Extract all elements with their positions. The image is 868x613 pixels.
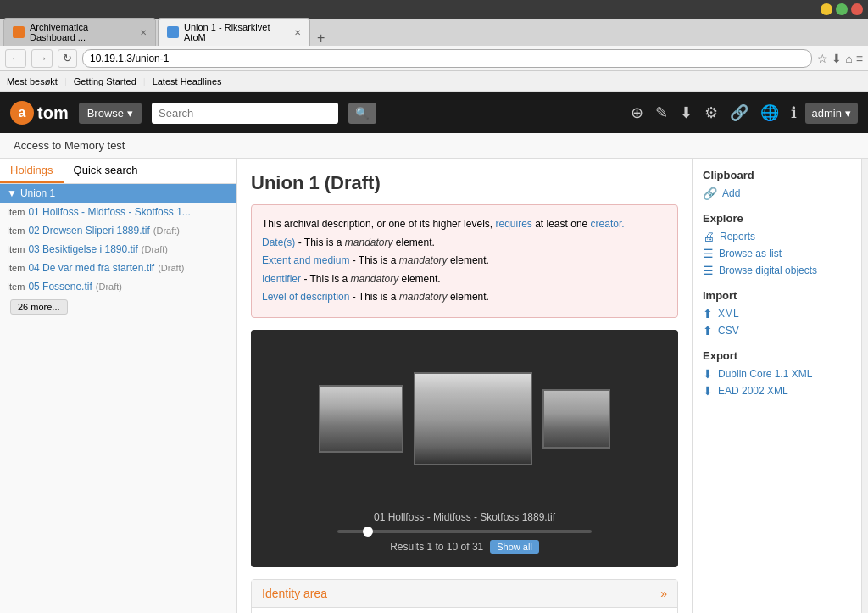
- dates-link[interactable]: Date(s): [262, 237, 295, 248]
- right-section-explore: Explore 🖨 Reports ☰ Browse as list ☰ Bro…: [703, 212, 851, 277]
- triangle-icon: ▼: [7, 187, 17, 199]
- slider-thumb[interactable]: [363, 527, 373, 537]
- sidebar-item-01[interactable]: Item 01 Hollfoss - Midtfoss - Skotfoss 1…: [0, 203, 236, 221]
- csv-import-link[interactable]: ⬆ CSV: [703, 324, 851, 337]
- app-header: a tom Browse ▾ 🔍 ⊕ ✎ ⬇ ⚙ 🔗 🌐 ℹ admin ▾: [0, 92, 868, 133]
- download-status-icon[interactable]: ⬇: [832, 52, 842, 65]
- home-icon[interactable]: ⌂: [845, 52, 852, 65]
- identity-area-label: Identity area: [262, 587, 327, 600]
- menu-icon[interactable]: ≡: [856, 52, 863, 65]
- info-icon-button[interactable]: ℹ: [787, 100, 800, 125]
- warning-box: This archival description, or one of its…: [251, 204, 678, 318]
- settings-icon-button[interactable]: ⚙: [701, 100, 721, 125]
- back-button[interactable]: ←: [5, 49, 26, 68]
- admin-menu-button[interactable]: admin ▾: [805, 103, 858, 124]
- tab-label-union1: Union 1 - Riksarkivet AtoM: [184, 22, 286, 42]
- add-tab-button[interactable]: +: [312, 31, 330, 46]
- reports-icon: 🖨: [703, 230, 715, 243]
- globe-icon-button[interactable]: 🌐: [757, 100, 782, 125]
- search-input[interactable]: [152, 103, 338, 124]
- nav-bar: ← → ↻ ☆ ⬇ ⌂ ≡: [0, 46, 868, 71]
- identifier-mandatory: mandatory: [351, 273, 399, 285]
- tab-favicon-union1: [167, 26, 179, 38]
- tab-quick-search[interactable]: Quick search: [64, 159, 148, 183]
- xml-import-link[interactable]: ⬆ XML: [703, 307, 851, 320]
- identity-area-header[interactable]: Identity area »: [252, 580, 677, 608]
- bookmark-most-visited[interactable]: Mest besøkt: [7, 76, 58, 86]
- extent-mandatory: mandatory: [399, 254, 448, 266]
- dates-mandatory: mandatory: [345, 237, 393, 248]
- logo-text: tom: [37, 103, 69, 123]
- bookmark-getting-started[interactable]: Getting Started: [74, 76, 136, 86]
- identity-title-row: Title Union 1: [252, 608, 677, 613]
- sidebar-item-03[interactable]: Item 03 Besiktigelse i 1890.tif (Draft): [0, 240, 236, 259]
- carousel-results: Results 1 to 10 of 31 Show all: [390, 540, 539, 554]
- sub-header: Access to Memory test: [0, 133, 868, 159]
- creator-link[interactable]: creator.: [591, 218, 625, 230]
- sidebar: Holdings Quick search ▼ Union 1 Item 01 …: [0, 159, 237, 613]
- csv-import-icon: ⬆: [703, 324, 713, 337]
- ead-export-link[interactable]: ⬇ EAD 2002 XML: [703, 384, 851, 398]
- minimize-button[interactable]: [821, 3, 832, 15]
- browse-digital-objects-link[interactable]: ☰ Browse digital objects: [703, 264, 851, 277]
- browse-chevron-icon: ▾: [127, 107, 133, 120]
- bookmark-star-icon[interactable]: ☆: [817, 52, 828, 65]
- sidebar-item-04[interactable]: Item 04 De var med fra starten.tif (Draf…: [0, 259, 236, 277]
- tab-archivematica[interactable]: Archivematica Dashboard ... ✕: [3, 18, 156, 46]
- close-button[interactable]: [851, 3, 863, 15]
- url-bar[interactable]: [82, 49, 812, 68]
- tab-label-archivematica: Archivematica Dashboard ...: [30, 22, 131, 42]
- identity-area: Identity area » Title Union 1: [251, 579, 678, 613]
- tab-union1[interactable]: Union 1 - Riksarkivet AtoM ✕: [158, 18, 310, 46]
- browse-as-list-link[interactable]: ☰ Browse as list: [703, 247, 851, 260]
- browse-button[interactable]: Browse ▾: [79, 103, 142, 124]
- warning-intro-text: This archival description, or one of its…: [262, 218, 492, 230]
- bookmarks-bar: Mest besøkt | Getting Started | Latest H…: [0, 71, 868, 92]
- link-icon-button[interactable]: 🔗: [726, 100, 752, 125]
- add-icon-button[interactable]: ⊕: [627, 100, 647, 125]
- digital-objects-icon: ☰: [703, 264, 714, 277]
- sidebar-item-union1[interactable]: ▼ Union 1: [0, 184, 236, 203]
- tab-close-archivematica[interactable]: ✕: [140, 28, 147, 37]
- dates-text: - This is a: [298, 237, 345, 248]
- carousel-image-left: [319, 385, 403, 453]
- tab-bar: Archivematica Dashboard ... ✕ Union 1 - …: [0, 19, 868, 46]
- search-submit-button[interactable]: 🔍: [348, 103, 376, 124]
- tab-close-union1[interactable]: ✕: [294, 28, 301, 37]
- edit-icon-button[interactable]: ✎: [652, 100, 671, 125]
- requires-link[interactable]: requires: [495, 218, 531, 230]
- carousel-image-right: [542, 389, 610, 449]
- reports-link[interactable]: 🖨 Reports: [703, 230, 851, 243]
- extent-link[interactable]: Extent and medium: [262, 254, 349, 266]
- admin-chevron-icon: ▾: [845, 107, 851, 120]
- show-all-button[interactable]: Show all: [490, 540, 539, 554]
- maximize-button[interactable]: [836, 3, 848, 15]
- logo-a: a: [10, 101, 34, 125]
- identifier-link[interactable]: Identifier: [262, 273, 301, 285]
- right-section-import: Import ⬆ XML ⬆ CSV: [703, 289, 851, 337]
- list-icon: ☰: [703, 247, 714, 260]
- reload-button[interactable]: ↻: [58, 49, 77, 68]
- sidebar-item-05[interactable]: Item 05 Fossene.tif (Draft): [0, 277, 236, 296]
- forward-button[interactable]: →: [31, 49, 53, 68]
- scroll-bar[interactable]: [861, 159, 868, 613]
- clipboard-add-link[interactable]: 🔗 Add: [703, 187, 851, 200]
- carousel-slider[interactable]: [337, 530, 592, 533]
- more-items-button[interactable]: 26 more...: [10, 299, 68, 315]
- nav-icons: ☆ ⬇ ⌂ ≡: [817, 52, 863, 65]
- identity-expand-icon[interactable]: »: [660, 587, 667, 600]
- level-mandatory: mandatory: [399, 291, 448, 303]
- carousel-image-main[interactable]: [414, 372, 532, 465]
- right-panel: Clipboard 🔗 Add Explore 🖨 Reports ☰ Brow…: [692, 159, 861, 613]
- dublin-core-icon: ⬇: [703, 367, 713, 381]
- export-heading: Export: [703, 349, 851, 362]
- download-icon-button[interactable]: ⬇: [676, 100, 696, 125]
- right-section-export: Export ⬇ Dublin Core 1.1 XML ⬇ EAD 2002 …: [703, 349, 851, 398]
- level-link[interactable]: Level of description: [262, 291, 349, 303]
- warning-at-least: at least one: [535, 218, 587, 230]
- sidebar-item-02[interactable]: Item 02 Drewsen Sliperi 1889.tif (Draft): [0, 221, 236, 240]
- bookmark-latest-headlines[interactable]: Latest Headlines: [153, 76, 222, 86]
- tab-holdings[interactable]: Holdings: [0, 159, 64, 183]
- right-section-clipboard: Clipboard 🔗 Add: [703, 169, 851, 200]
- dublin-core-export-link[interactable]: ⬇ Dublin Core 1.1 XML: [703, 367, 851, 381]
